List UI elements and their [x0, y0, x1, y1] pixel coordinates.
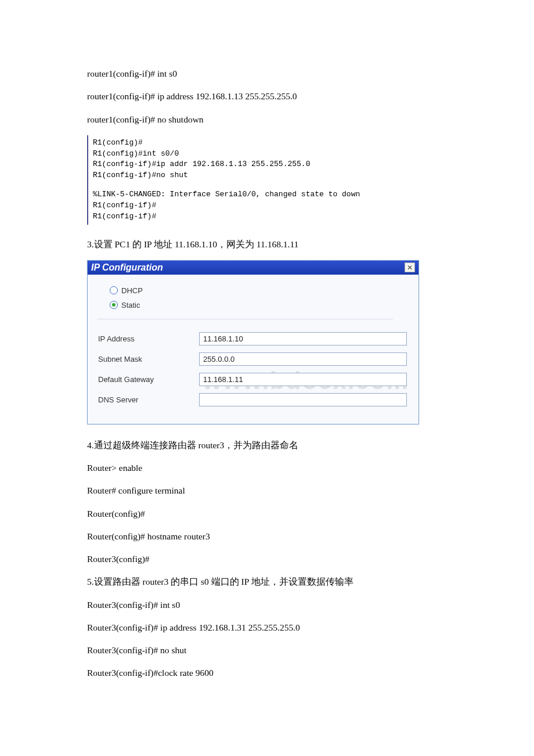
default-gateway-row: Default Gateway: [98, 373, 410, 386]
radio-static[interactable]: [110, 301, 118, 309]
intro-line-1: router1(config-if)# int s0: [87, 67, 453, 80]
after-line-7: 5.设置路由器 router3 的串口 s0 端口的 IP 地址，并设置数据传输…: [87, 575, 453, 588]
terminal-line: R1(config-if)#no shut: [93, 170, 453, 181]
terminal-output: R1(config)# R1(config)#int s0/0 R1(confi…: [87, 135, 453, 225]
subnet-mask-row: Subnet Mask: [98, 352, 410, 366]
after-line-6: Router3(config)#: [87, 552, 453, 566]
after-line-3: Router# configure terminal: [87, 484, 453, 497]
after-line-10: Router3(config-if)# no shut: [87, 643, 453, 657]
ip-address-input[interactable]: [199, 332, 407, 345]
after-line-4: Router(config)#: [87, 507, 453, 520]
after-line-1: 4.通过超级终端连接路由器 router3，并为路由器命名: [87, 438, 453, 452]
radio-static-label: Static: [121, 301, 140, 309]
terminal-line: R1(config)#: [93, 138, 453, 149]
terminal-line: R1(config-if)#ip addr 192.168.1.13 255.2…: [93, 159, 453, 170]
default-gateway-label: Default Gateway: [98, 375, 199, 384]
ip-configuration-window: IP Configuration ✕ DHCP Static IP Addres…: [87, 260, 419, 424]
after-line-8: Router3(config-if)# int s0: [87, 598, 453, 611]
radio-dhcp-row[interactable]: DHCP: [110, 286, 410, 295]
after-line-11: Router3(config-if)#clock rate 9600: [87, 666, 453, 679]
close-button[interactable]: ✕: [405, 262, 415, 272]
terminal-line: %LINK-5-CHANGED: Interface Serial0/0, ch…: [93, 189, 453, 200]
dns-server-row: DNS Server: [98, 393, 410, 406]
ipconfig-titlebar: IP Configuration ✕: [88, 261, 418, 275]
divider: [97, 319, 393, 319]
intro-line-2: router1(config-if)# ip address 192.168.1…: [87, 89, 453, 103]
radio-dhcp-label: DHCP: [121, 286, 143, 295]
after-line-2: Router> enable: [87, 461, 453, 474]
intro-line-3: router1(config-if)# no shutdown: [87, 113, 453, 126]
ip-address-row: IP Address: [98, 332, 410, 345]
terminal-line: R1(config-if)#: [93, 200, 453, 211]
subnet-mask-input[interactable]: [199, 352, 407, 366]
terminal-line: R1(config-if)#: [93, 211, 453, 222]
step3-text: 3.设置 PC1 的 IP 地址 11.168.1.10，网关为 11.168.…: [87, 237, 453, 251]
after-line-5: Router(config)# hostname router3: [87, 530, 453, 543]
radio-static-row[interactable]: Static: [110, 301, 410, 309]
after-line-9: Router3(config-if)# ip address 192.168.1…: [87, 621, 453, 634]
dns-server-label: DNS Server: [98, 395, 199, 404]
radio-dhcp[interactable]: [110, 286, 118, 294]
terminal-line: R1(config)#int s0/0: [93, 149, 453, 160]
ipconfig-body: DHCP Static IP Address Subnet Mask www.b…: [88, 275, 418, 424]
ipconfig-title: IP Configuration: [91, 262, 163, 273]
default-gateway-input[interactable]: [199, 373, 407, 386]
ip-address-label: IP Address: [98, 334, 199, 343]
dns-server-input[interactable]: [199, 393, 407, 406]
subnet-mask-label: Subnet Mask: [98, 355, 199, 363]
ip-mode-radio-group: DHCP Static: [110, 286, 410, 309]
